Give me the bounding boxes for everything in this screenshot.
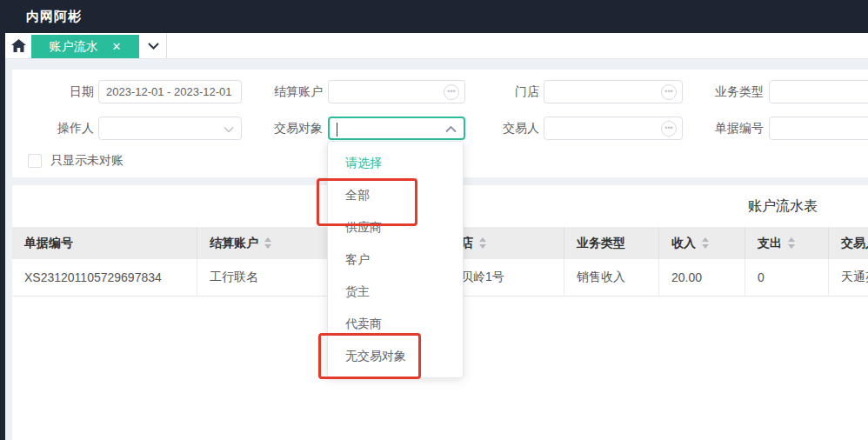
col-header-expense[interactable]: 支出 — [745, 227, 829, 259]
unreconciled-only-checkbox[interactable] — [28, 154, 42, 168]
dropdown-option-customer[interactable]: 客户 — [328, 243, 463, 276]
app-title: 内网阿彬 — [26, 9, 82, 25]
doc-no-label: 单据编号 — [621, 117, 764, 140]
doc-no-input[interactable] — [769, 117, 868, 140]
collapsed-sidebar-strip — [0, 33, 5, 440]
home-button[interactable] — [5, 33, 31, 58]
chevron-down-icon — [148, 43, 159, 50]
biz-type-label: 业务类型 — [621, 80, 764, 103]
dropdown-option-placeholder[interactable]: 请选择 — [328, 147, 463, 179]
tab-list-toggle-button[interactable] — [141, 33, 167, 58]
sort-icon[interactable] — [479, 237, 486, 249]
dropdown-option-owner[interactable]: 货主 — [328, 276, 463, 308]
sort-icon[interactable] — [788, 237, 795, 249]
col-header-income[interactable]: 收入 — [659, 227, 745, 259]
table-title: 账户流水表 — [696, 197, 868, 216]
trader-label: 交易人 — [404, 117, 539, 140]
settle-account-label: 结算账户 — [186, 80, 323, 103]
cell-trader: 天通苑 — [829, 259, 868, 296]
text-cursor — [337, 123, 337, 137]
trade-target-label: 交易对象 — [186, 117, 323, 140]
unreconciled-only-row: 只显示未对账 — [28, 153, 124, 169]
unreconciled-only-label: 只显示未对账 — [50, 153, 124, 169]
cell-biz-type: 销售收入 — [564, 259, 659, 296]
tab-bar: 账户流水 ✕ — [5, 33, 868, 59]
col-header-biz-type[interactable]: 业务类型 — [564, 227, 659, 259]
tab-account-flow[interactable]: 账户流水 ✕ — [31, 35, 139, 58]
cell-income: 20.00 — [659, 259, 745, 296]
annotation-box-all-option — [317, 178, 417, 226]
operator-label: 操作人 — [12, 117, 94, 140]
home-icon — [11, 39, 26, 53]
cell-doc-no: XS231201105729697834 — [12, 259, 197, 296]
tab-label: 账户流水 — [50, 39, 98, 55]
col-header-doc-no[interactable]: 单据编号 — [12, 227, 197, 259]
annotation-box-none-option — [318, 333, 421, 379]
sort-icon[interactable] — [702, 237, 709, 249]
cell-expense: 0 — [745, 259, 829, 296]
store-label: 门店 — [404, 80, 539, 103]
date-label: 日期 — [12, 80, 94, 103]
col-header-trader[interactable]: 交易人 — [829, 227, 868, 259]
app-header: 内网阿彬 — [0, 0, 868, 33]
biz-type-input[interactable] — [769, 80, 868, 103]
sort-icon[interactable] — [264, 237, 271, 249]
tab-close-icon[interactable]: ✕ — [112, 41, 122, 52]
